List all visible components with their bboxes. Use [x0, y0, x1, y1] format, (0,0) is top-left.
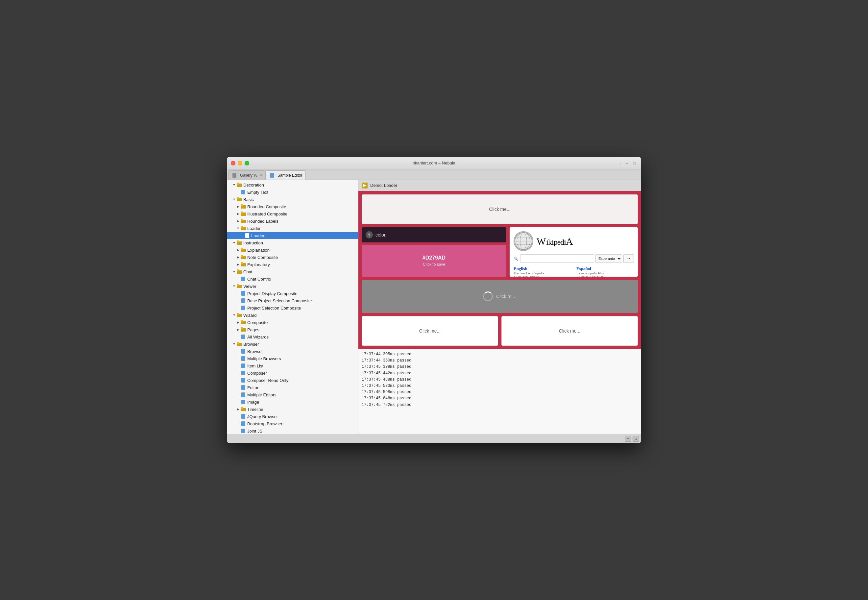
wiki-title: WikipediA — [537, 235, 573, 247]
log-line: 17:37:45 648ms passed — [361, 395, 638, 402]
sidebar-item-chat[interactable]: Chat — [227, 268, 358, 275]
sidebar-item-illustrated-composite[interactable]: Illustrated Composite — [227, 210, 358, 217]
sidebar-item-basic[interactable]: Basic — [227, 196, 358, 203]
sidebar-item-joint-js[interactable]: Joint JS — [227, 427, 358, 434]
sidebar-item-editor[interactable]: Editor — [227, 384, 358, 391]
icon-rounded-labels — [240, 218, 246, 224]
maximize-button[interactable] — [245, 161, 249, 165]
click-me-top[interactable]: Click me... — [361, 194, 638, 224]
sidebar-item-viewer[interactable]: Viewer — [227, 283, 358, 290]
sidebar-item-multiple-browsers[interactable]: Multiple Browsers — [227, 355, 358, 362]
sidebar-item-decoration[interactable]: Decoration — [227, 181, 358, 188]
close-button[interactable] — [231, 161, 235, 165]
log-line: 17:37:45 442ms passed — [361, 370, 638, 377]
demo-header-icon: ▶ — [361, 183, 367, 188]
click-buttons-row: Click me... Click me... — [358, 316, 641, 349]
bottom-minimize-btn[interactable]: ─ — [625, 436, 631, 442]
color-save-label: Click to save — [423, 262, 445, 267]
tab-gallery-close[interactable]: ✕ — [259, 173, 262, 177]
sidebar-item-project-selection-composite[interactable]: Project Selection Composite — [227, 304, 358, 312]
spinner-row[interactable]: Click m.... — [361, 280, 638, 313]
color-picker-area[interactable]: #D279AD Click to save — [361, 245, 507, 277]
label-loader-leaf: Loader — [251, 233, 265, 238]
sidebar-item-loader[interactable]: Loader — [227, 225, 358, 232]
sidebar-item-multiple-editors[interactable]: Multiple Editors — [227, 391, 358, 398]
tab-gallery[interactable]: Gallery % ✕ — [228, 170, 266, 180]
window-controls — [231, 161, 249, 165]
label-timeline: Timeline — [247, 407, 263, 412]
bottom-restore-btn[interactable]: □ — [633, 436, 639, 442]
label-item-list: Item List — [247, 364, 263, 368]
sidebar-item-base-project-selection-composite[interactable]: Base Project Selection Composite — [227, 297, 358, 304]
icon-explanatory — [240, 262, 246, 267]
sidebar-item-rounded-composite[interactable]: Rounded Composite — [227, 203, 358, 210]
wiki-lang-English[interactable]: English The Free Encyclopedia 4 548 000+… — [514, 266, 571, 277]
color-hex-value: #D279AD — [422, 255, 446, 261]
svg-rect-17 — [240, 226, 243, 227]
sidebar-item-jquery-browser[interactable]: JQuery Browser — [227, 413, 358, 420]
wiki-go-button[interactable]: → — [623, 254, 634, 263]
label-multiple-browsers: Multiple Browsers — [247, 356, 281, 361]
label-loader: Loader — [247, 226, 260, 231]
label-viewer: Viewer — [243, 284, 256, 289]
label-composer-read-only: Composer Read Only — [247, 378, 288, 383]
svg-rect-20 — [237, 241, 239, 242]
sidebar-item-instruction[interactable]: Instruction — [227, 239, 358, 246]
color-button[interactable]: ? color. — [361, 227, 507, 242]
label-chat-control: Chat Control — [247, 277, 271, 282]
sidebar-item-explanation[interactable]: Explanation — [227, 246, 358, 254]
sidebar-item-chat-control[interactable]: Chat Control — [227, 275, 358, 283]
sidebar-item-image[interactable]: Image — [227, 398, 358, 406]
sidebar-item-project-display-composite[interactable]: Project Display Composite — [227, 290, 358, 297]
sidebar-item-composite[interactable]: Composite — [227, 319, 358, 326]
sidebar-item-bootstrap-browser[interactable]: Bootstrap Browser — [227, 420, 358, 427]
sidebar-item-timeline[interactable]: Timeline — [227, 406, 358, 413]
sidebar-item-loader-leaf[interactable]: Loader — [227, 232, 358, 239]
label-rounded-composite: Rounded Composite — [247, 204, 286, 209]
sidebar-item-empty-text[interactable]: Empty Text — [227, 188, 358, 196]
icon-decoration — [237, 182, 242, 188]
wiki-search-bar: 🔍 Esperanto English → — [514, 254, 634, 263]
label-illustrated-composite: Illustrated Composite — [247, 212, 287, 217]
click-button-1[interactable]: Click me... — [361, 316, 498, 346]
click-button-2[interactable]: Click me... — [501, 316, 638, 346]
svg-rect-47 — [237, 342, 239, 343]
color-left: ? color. #D279AD Click to save — [361, 227, 507, 277]
tab-sample-editor[interactable]: Sample Editor — [266, 170, 306, 180]
svg-rect-8 — [240, 204, 243, 206]
view-icon[interactable]: ⊞ — [617, 161, 623, 165]
tab-gallery-label: Gallery % — [240, 173, 257, 177]
icon-browser-leaf — [240, 349, 246, 354]
sidebar-item-pages[interactable]: Pages — [227, 326, 358, 333]
minimize-button[interactable] — [238, 161, 242, 165]
sidebar-item-rounded-labels[interactable]: Rounded Labels — [227, 217, 358, 225]
icon-note-composite — [240, 255, 246, 260]
fullscreen-icon[interactable]: □ — [631, 161, 637, 165]
sidebar-item-item-list[interactable]: Item List — [227, 362, 358, 370]
svg-rect-5 — [237, 197, 239, 198]
demo-content: Click me... ? color. — [358, 191, 641, 434]
wiki-lang-Español[interactable]: Español La enciclopedia libre 1 110 000+… — [576, 266, 634, 277]
sidebar-item-note-composite[interactable]: Note Composite — [227, 254, 358, 261]
sidebar-item-wizard[interactable]: Wizard — [227, 312, 358, 319]
sidebar-item-composer-read-only[interactable]: Composer Read Only — [227, 377, 358, 384]
icon-editor — [240, 385, 246, 390]
wiki-search-input[interactable] — [520, 254, 594, 263]
log-line: 17:37:45 398ms passed — [361, 364, 638, 370]
label-jquery-browser: JQuery Browser — [247, 414, 278, 419]
icon-explanation — [240, 247, 246, 253]
sidebar-item-browser-leaf[interactable]: Browser — [227, 348, 358, 355]
wiki-languages-grid: English The Free Encyclopedia 4 548 000+… — [514, 266, 634, 277]
svg-rect-23 — [240, 248, 243, 249]
sidebar-item-browser[interactable]: Browser — [227, 341, 358, 348]
question-icon: ? — [366, 231, 373, 238]
restore-icon[interactable]: ─ — [624, 161, 630, 165]
sidebar-item-explanatory[interactable]: Explanatory — [227, 261, 358, 268]
label-empty-text: Empty Text — [247, 190, 268, 195]
click-me-top-label: Click me... — [489, 207, 510, 212]
sidebar-item-composer[interactable]: Composer — [227, 370, 358, 377]
svg-rect-29 — [240, 262, 243, 264]
svg-rect-11 — [240, 212, 243, 213]
sidebar-item-all-wizards[interactable]: All Wizards — [227, 333, 358, 341]
wiki-language-select[interactable]: Esperanto English — [596, 254, 622, 263]
